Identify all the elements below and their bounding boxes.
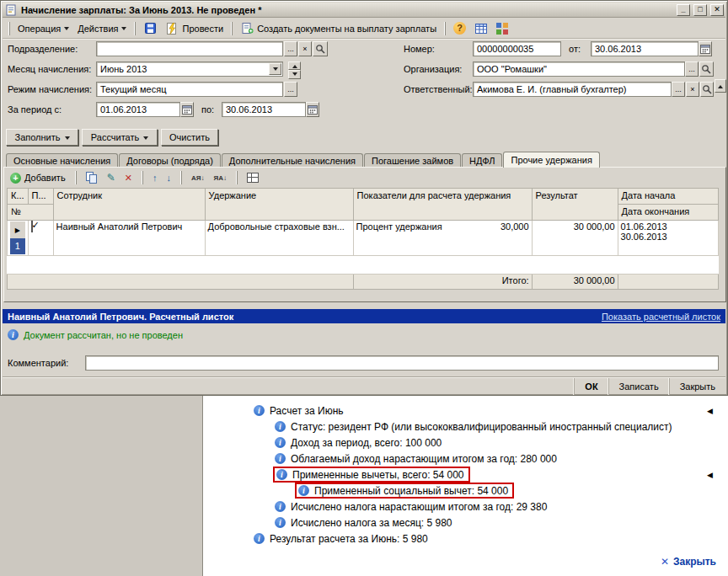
tab-ndfl[interactable]: НДФЛ xyxy=(462,153,502,168)
col-header-date-end[interactable]: Дата окончания xyxy=(618,205,718,221)
table-view-button[interactable] xyxy=(470,20,492,37)
spin-up-button[interactable] xyxy=(288,61,301,70)
deductions-table[interactable]: К... П... Сотрудник Удержание Показатели… xyxy=(7,188,719,290)
toolbar-grip xyxy=(444,22,446,35)
comment-input[interactable] xyxy=(85,355,719,371)
help-button[interactable]: ? xyxy=(449,20,470,37)
actions-menu-button[interactable]: Действия xyxy=(73,20,131,37)
tab-main-accruals[interactable]: Основные начисления xyxy=(6,153,118,168)
cell-indicators[interactable]: Процент удержания 30,000 xyxy=(353,221,532,256)
tab-contracts[interactable]: Договоры (подряда) xyxy=(119,153,221,168)
col-header-k[interactable]: К... xyxy=(8,189,29,205)
structure-button[interactable] xyxy=(492,20,512,37)
period-to-input[interactable]: 30.06.2013 xyxy=(222,102,306,117)
calculate-button[interactable]: Рассчитать xyxy=(82,129,158,146)
copy-row-button[interactable] xyxy=(83,170,101,185)
tab-other-deductions[interactable]: Прочие удержания xyxy=(503,152,599,168)
tab-strip: Основные начисления Договоры (подряда) Д… xyxy=(6,152,717,168)
close-button[interactable]: ✕ xyxy=(710,4,724,16)
collapse-header-button[interactable] xyxy=(715,79,726,93)
save-button[interactable] xyxy=(139,20,161,37)
total-value: 30 000,00 xyxy=(532,275,618,290)
accrual-mode-choose-button[interactable]: ... xyxy=(284,82,297,97)
responsible-clear-button[interactable]: × xyxy=(686,82,699,97)
col-header-employee[interactable]: Сотрудник xyxy=(53,189,205,221)
close-window-button[interactable]: Закрыть xyxy=(669,378,725,395)
calc-line-highlighted: i Примененные вычеты, всего: 54 000 ◀ xyxy=(203,467,728,483)
number-input[interactable]: 00000000035 xyxy=(473,41,561,56)
cell-deduction[interactable]: Добровольные страховые взн... xyxy=(205,221,353,256)
expand-marker-icon[interactable]: ◀ xyxy=(707,407,713,415)
ok-button[interactable]: ОК xyxy=(574,378,608,395)
accrual-month-combo[interactable]: Июнь 2013 xyxy=(96,61,283,77)
calc-line: i Облагаемый доход нарастающим итогом за… xyxy=(203,451,728,467)
responsible-input[interactable]: Акимова Е. И. (главный бухгалтер) xyxy=(473,82,672,97)
expand-marker-icon[interactable]: ◀ xyxy=(707,471,713,479)
col-header-p[interactable]: П... xyxy=(28,189,53,205)
payslip-close-link[interactable]: ✕ Закрыть xyxy=(661,556,716,568)
info-icon: i xyxy=(254,405,265,416)
responsible-label: Ответственный: xyxy=(404,84,473,94)
maximize-button[interactable]: □ xyxy=(693,4,707,16)
month-spin-control[interactable] xyxy=(288,61,301,77)
fill-button[interactable]: Заполнить xyxy=(6,129,78,146)
responsible-open-button[interactable] xyxy=(700,82,714,97)
col-header-indicators[interactable]: Показатели для расчета удержания xyxy=(353,189,532,221)
sort-ascending-button[interactable]: АЯ↓ xyxy=(188,170,208,185)
accrual-mode-input[interactable]: Текущий месяц xyxy=(96,82,283,97)
minimize-button[interactable]: _ xyxy=(677,4,690,16)
table-row[interactable]: ▶ 1 Наивный Анатолий Петрович Добровольн… xyxy=(8,221,719,256)
create-payout-documents-button[interactable]: Создать документы на выплату зарплаты xyxy=(236,20,441,37)
row-flag-cell[interactable] xyxy=(28,221,53,256)
tab-additional-accruals[interactable]: Дополнительные начисления xyxy=(222,153,363,168)
department-clear-button[interactable]: × xyxy=(298,41,312,56)
cell-dates[interactable]: 01.06.2013 30.06.2013 xyxy=(618,221,718,256)
post-button[interactable]: Провести xyxy=(161,20,228,37)
responsible-choose-button[interactable]: ... xyxy=(672,82,685,97)
col-header-date-start[interactable]: Дата начала xyxy=(618,189,718,205)
empty-grid-area[interactable] xyxy=(8,256,719,275)
organization-choose-button[interactable]: ... xyxy=(685,61,699,77)
department-open-button[interactable] xyxy=(313,41,328,56)
col-header-num[interactable]: № xyxy=(8,205,54,221)
calendar-icon xyxy=(308,104,318,115)
spin-down-button[interactable] xyxy=(288,70,301,79)
cell-result[interactable]: 30 000,00 xyxy=(532,221,618,256)
department-choose-button[interactable]: ... xyxy=(284,41,297,56)
delete-row-button[interactable]: ✕ xyxy=(121,170,136,185)
document-date-input[interactable]: 30.06.2013 xyxy=(591,41,699,56)
period-from-input[interactable]: 01.06.2013 xyxy=(96,102,180,117)
col-header-result[interactable]: Результат xyxy=(532,189,618,221)
cell-employee[interactable]: Наивный Анатолий Петрович xyxy=(53,221,205,256)
write-button[interactable]: Записать xyxy=(608,378,669,395)
salary-accrual-window: Начисление зарплаты: За Июнь 2013. Не пр… xyxy=(0,0,728,396)
operation-menu-button[interactable]: Операция xyxy=(13,20,73,37)
department-input[interactable] xyxy=(96,41,283,56)
row-checkbox[interactable] xyxy=(31,221,33,232)
combo-dropdown-button[interactable] xyxy=(269,63,281,75)
organization-input[interactable]: ООО "Ромашки" xyxy=(473,61,685,77)
col-header-deduction[interactable]: Удержание xyxy=(205,189,353,221)
period-to-calendar-button[interactable] xyxy=(306,102,319,117)
info-icon: i xyxy=(276,469,287,480)
move-row-up-button[interactable]: ↑ xyxy=(149,170,161,185)
show-payslip-link[interactable]: Показать расчетный листок xyxy=(602,312,720,322)
document-date-calendar-button[interactable] xyxy=(699,41,712,56)
sort-desc-icon: ЯА↓ xyxy=(213,174,227,182)
grid-settings-icon xyxy=(247,173,259,183)
organization-open-button[interactable] xyxy=(699,61,714,77)
edit-row-button[interactable]: ✎ xyxy=(104,170,119,185)
totals-row: Итого: 30 000,00 xyxy=(8,275,719,290)
sort-descending-button[interactable]: ЯА↓ xyxy=(210,170,230,185)
info-icon: i xyxy=(275,517,286,528)
add-row-button[interactable]: + Добавить xyxy=(7,170,69,185)
titlebar[interactable]: Начисление зарплаты: За Июнь 2013. Не пр… xyxy=(3,3,725,18)
clear-button[interactable]: Очистить xyxy=(161,129,218,146)
period-from-calendar-button[interactable] xyxy=(180,102,194,117)
status-text: Документ рассчитан, но не проведен xyxy=(24,330,183,340)
move-row-down-button[interactable]: ↓ xyxy=(163,170,174,185)
grid-settings-button[interactable] xyxy=(244,170,262,185)
screen: Начисление зарплаты: За Июнь 2013. Не пр… xyxy=(0,0,728,576)
tab-loan-repayment[interactable]: Погашение займов xyxy=(364,153,461,168)
grid-toolbar: + Добавить ✎ ✕ ↑ ↓ xyxy=(7,169,262,186)
